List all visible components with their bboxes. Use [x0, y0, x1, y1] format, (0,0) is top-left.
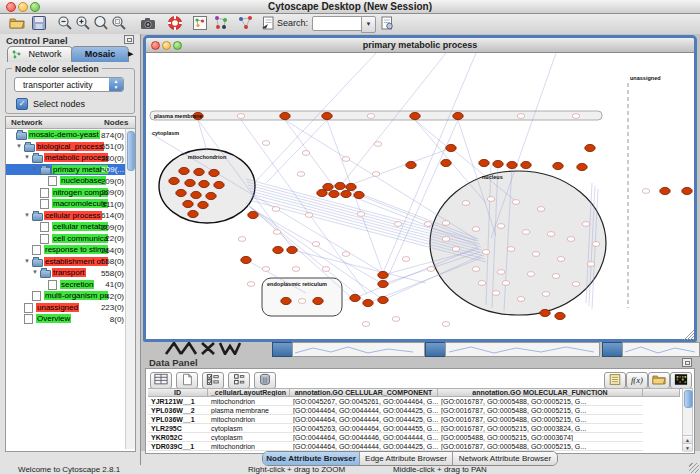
tree-item-overview[interactable]: Overview8(0): [6, 313, 135, 325]
table-cell[interactable]: mitochondrion: [208, 415, 290, 424]
network-node-selected: [329, 190, 339, 197]
tab-edge-attribute-browser[interactable]: Edge Attribute Browser: [360, 452, 453, 465]
tree-item-biological-process[interactable]: ▼biological_process651(0): [6, 141, 135, 153]
tree-item-unassigned[interactable]: unassigned223(0): [6, 302, 135, 314]
open-session-icon[interactable]: [8, 15, 26, 33]
help-icon[interactable]: [166, 15, 184, 33]
apply-layout-1-icon[interactable]: [212, 15, 230, 33]
zoom-view-button[interactable]: [173, 41, 182, 50]
zoom-out-icon[interactable]: [56, 15, 74, 33]
table-cell[interactable]: YJR121W__1: [148, 397, 208, 406]
table-cell[interactable]: [GO:0016787, GO:0005488, GO:0005215, G..…: [438, 406, 643, 415]
node-attribute-table[interactable]: ID_cellularLayoutRegionannotation.GO CEL…: [146, 369, 694, 453]
tree-scrollbar-thumb[interactable]: [127, 131, 135, 171]
apply-layout-2-icon[interactable]: [237, 15, 255, 33]
table-column-annotation-go-cellular-component[interactable]: annotation.GO CELLULAR_COMPONENT: [290, 388, 438, 397]
control-panel-float-icon[interactable]: [124, 35, 134, 44]
scroll-down-arrow[interactable]: ▼: [683, 443, 692, 452]
file-icon: [32, 245, 41, 255]
select-nodes-checkbox[interactable]: ✓: [16, 98, 28, 110]
tree-expand-icon[interactable]: ▼: [24, 154, 30, 160]
tree-item-macromolecule[interactable]: macromolecule311(0): [6, 198, 135, 210]
table-cell[interactable]: [GO:0005488, GO:0005215, GO:0003674]: [438, 433, 643, 442]
zoom-in-icon[interactable]: [74, 15, 92, 33]
table-column-cellularlayoutregion[interactable]: _cellularLayoutRegion: [208, 388, 290, 397]
cytoscape-logo-fragment: [161, 342, 271, 355]
close-view-button[interactable]: [151, 41, 160, 50]
search-input[interactable]: [312, 16, 362, 31]
tab-network-attribute-browser[interactable]: Network Attribute Browser: [453, 452, 557, 465]
table-cell[interactable]: plasma membrane: [208, 406, 290, 415]
table-cell[interactable]: cytoplasm: [208, 424, 290, 433]
tree-expand-icon[interactable]: ▼: [24, 212, 30, 218]
table-cell[interactable]: [GO:0044464, GO:0044444, GO:0044425, G..…: [290, 406, 438, 415]
table-cell[interactable]: mitochondrion: [208, 397, 290, 406]
table-scrollbar[interactable]: ▲ ▼: [682, 388, 693, 451]
tree-item-cell-communicat[interactable]: cell communicat22(0): [6, 233, 135, 245]
tab-mosaic[interactable]: Mosaic: [71, 46, 129, 62]
zoom-window-button[interactable]: [30, 2, 40, 12]
tree-item-nitrogen-compo[interactable]: nitrogen compo209(0): [6, 187, 135, 199]
tree-expand-icon[interactable]: ▼: [16, 143, 22, 149]
tree-column-nodes: Nodes: [104, 118, 128, 127]
resize-grip[interactable]: [689, 463, 699, 473]
table-column-id[interactable]: ID: [148, 388, 208, 397]
tree-item-nucleobase[interactable]: nucleobase-209(0): [6, 175, 135, 187]
network-node: [478, 281, 486, 286]
save-session-icon[interactable]: [30, 15, 48, 33]
close-window-button[interactable]: [6, 2, 16, 12]
table-cell[interactable]: [GO:0016787, GO:0005488, GO:0005215, G..…: [438, 397, 643, 406]
tree-item-cellular-process[interactable]: ▼cellular process614(0): [6, 210, 135, 222]
tree-item-cellular-metabo[interactable]: cellular metabo209(0): [6, 221, 135, 233]
data-panel-float-icon[interactable]: [682, 358, 692, 367]
network-node: [247, 282, 255, 287]
table-cell[interactable]: [GO:0045267, GO:0045261, GO:0044464, G..…: [290, 397, 438, 406]
tree-item-transport[interactable]: ▼transport558(0): [6, 267, 135, 279]
table-cell[interactable]: [GO:0016787, GO:0005488, GO:0005215, G..…: [438, 415, 643, 424]
annotation-icon[interactable]: [259, 15, 277, 33]
network-window-titlebar[interactable]: primary metabolic process: [146, 38, 694, 53]
zoom-fit-icon[interactable]: [92, 15, 110, 33]
table-cell[interactable]: cytoplasm: [208, 433, 290, 442]
tree-item-primary-metabo[interactable]: ▼primary metabo209(...: [6, 164, 135, 176]
minimize-window-button[interactable]: [18, 2, 28, 12]
file-icon: [48, 280, 57, 290]
network-overview-icon[interactable]: [191, 15, 209, 33]
tree-item-secretion[interactable]: secretion41(0): [6, 279, 135, 291]
snapshot-icon[interactable]: [139, 15, 157, 33]
table-cell[interactable]: mitochondrion: [208, 442, 290, 451]
zoom-selected-icon[interactable]: [110, 15, 128, 33]
tree-expand-icon[interactable]: ▼: [24, 258, 30, 264]
table-scrollbar-thumb[interactable]: [684, 390, 693, 408]
tree-item-multi-organism-pro[interactable]: multi-organism pro42(0): [6, 290, 135, 302]
table-cell[interactable]: [GO:0044464, GO:0044446, GO:0044444, G..…: [290, 433, 438, 442]
network-node: [527, 272, 535, 277]
tree-item-mosaic-demo-yeast[interactable]: mosaic-demo-yeast874(0): [6, 129, 135, 141]
table-cell[interactable]: YLR295C: [148, 424, 208, 433]
table-cell[interactable]: YPL036W__1: [148, 415, 208, 424]
network-canvas[interactable]: plasma membranecytoplasmmitochondrionnuc…: [146, 53, 694, 340]
table-cell[interactable]: [GO:0045263, GO:0044464, GO:0044455, G..…: [290, 424, 438, 433]
table-cell[interactable]: YPL036W__2: [148, 406, 208, 415]
tab-overflow-arrow[interactable]: ▶: [128, 50, 133, 58]
table-cell[interactable]: [GO:0044464, GO:0044444, GO:0044425, G..…: [290, 442, 438, 451]
table-cell[interactable]: [GO:0016787, GO:0005488, GO:0005215, G..…: [438, 442, 643, 451]
tree-expand-icon[interactable]: ▼: [32, 269, 38, 275]
tree-item-metabolic-process[interactable]: ▼metabolic process280(0): [6, 152, 135, 164]
table-column-annotation-go-molecular-function[interactable]: annotation.GO MOLECULAR_FUNCTION: [438, 388, 643, 397]
tab-network[interactable]: Network: [7, 46, 73, 62]
tree-expand-icon[interactable]: ▼: [32, 166, 38, 172]
tree-item-response-to-stimulu[interactable]: response to stimulu264(0): [6, 244, 135, 256]
table-cell[interactable]: YDR039C__1: [148, 442, 208, 451]
tree-item-establishment-of-lo[interactable]: ▼establishment of lo558(0): [6, 256, 135, 268]
table-cell[interactable]: [GO:0044464, GO:0044444, GO:0044425, G..…: [290, 415, 438, 424]
minimize-view-button[interactable]: [162, 41, 171, 50]
tab-node-attribute-browser[interactable]: Node Attribute Browser: [263, 452, 360, 465]
tree-scrollbar[interactable]: [125, 129, 135, 449]
table-cell[interactable]: [GO:0016787, GO:0005215, GO:0003824, G..…: [438, 424, 643, 433]
search-dropdown-arrow[interactable]: ▼: [361, 16, 376, 33]
table-cell[interactable]: YKR052C: [148, 433, 208, 442]
network-node-selected: [363, 299, 373, 306]
node-color-dropdown[interactable]: transporter activity ▲▼: [14, 77, 124, 92]
search-config-icon[interactable]: [378, 15, 396, 33]
